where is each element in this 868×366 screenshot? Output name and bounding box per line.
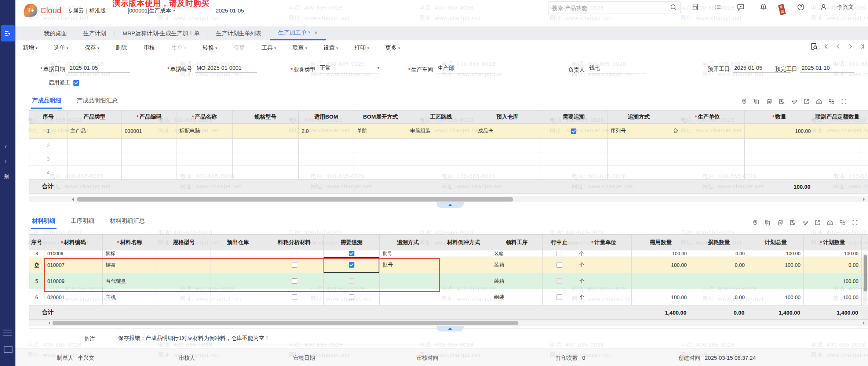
cell[interactable] <box>436 257 491 273</box>
cell[interactable] <box>324 273 380 289</box>
cell[interactable] <box>543 273 576 289</box>
cell[interactable]: 个 <box>576 289 632 305</box>
cell[interactable] <box>745 139 814 152</box>
scroll-left-icon[interactable] <box>70 198 74 201</box>
checkbox[interactable] <box>571 128 576 134</box>
cell[interactable]: 100.00 <box>804 273 862 289</box>
scroll-right-icon[interactable] <box>863 321 867 325</box>
cell[interactable]: 030001 <box>122 124 176 138</box>
export-icon[interactable] <box>814 220 821 226</box>
cell[interactable]: 主机 <box>103 289 157 305</box>
cell[interactable] <box>324 257 380 273</box>
location-icon[interactable] <box>741 98 747 105</box>
cell[interactable] <box>436 273 491 289</box>
scroll-left-icon[interactable] <box>47 321 50 325</box>
user-name[interactable]: 李兴文 <box>837 4 854 11</box>
cell[interactable] <box>233 152 299 166</box>
table-row[interactable]: 5010009替代键盘装箱个100.00 <box>29 273 868 289</box>
field-value-生产车间[interactable]: 生产部 <box>436 65 494 73</box>
layout-icon[interactable] <box>828 98 835 105</box>
table-row[interactable]: 3010006鼠标批号装箱个100.000.00100.00100.00 <box>29 250 868 257</box>
checkbox[interactable] <box>557 278 562 284</box>
cell[interactable]: 批号 <box>380 257 436 273</box>
cell[interactable] <box>861 166 868 179</box>
cell[interactable] <box>861 152 868 166</box>
cell[interactable] <box>68 166 122 179</box>
cell[interactable]: 2.0 <box>299 124 354 138</box>
batch-add-icon[interactable] <box>754 98 760 105</box>
menu-plus-icon[interactable] <box>1 25 15 41</box>
cell[interactable] <box>265 289 324 305</box>
cell[interactable] <box>540 139 608 152</box>
cell[interactable]: 0.00 <box>804 257 862 273</box>
cell[interactable] <box>543 257 576 273</box>
cell[interactable]: 100.00 <box>804 289 862 305</box>
cell[interactable] <box>540 152 608 166</box>
tab-process-detail[interactable]: 工序明细 <box>70 215 95 229</box>
cell[interactable]: 100.00 <box>804 250 862 257</box>
bell-icon[interactable] <box>759 3 767 11</box>
calculator-icon[interactable] <box>691 3 699 11</box>
prev-page-icon[interactable] <box>835 43 842 51</box>
cell[interactable] <box>814 166 861 179</box>
cell[interactable] <box>814 152 861 166</box>
cell[interactable] <box>861 124 868 138</box>
tab-product-detail[interactable]: 产成品明细 <box>31 95 62 109</box>
cell[interactable] <box>861 139 868 152</box>
cell[interactable] <box>380 289 436 305</box>
nav-tab[interactable]: 生产计划 <box>75 26 114 40</box>
table-row[interactable]: 2 <box>29 139 868 152</box>
cell[interactable]: 4 <box>29 166 68 179</box>
dispatch-checkbox[interactable] <box>73 80 79 86</box>
cell[interactable] <box>157 273 211 289</box>
collapse-handle[interactable] <box>437 326 464 331</box>
cell[interactable] <box>68 139 122 152</box>
cell[interactable] <box>211 273 265 289</box>
cell[interactable]: 3 <box>29 152 68 166</box>
dispatch-toggle[interactable]: 启用派工 <box>48 79 79 86</box>
material-vscrollbar[interactable] <box>863 253 867 307</box>
field-value-单据编号[interactable]: MO-2025-01-0001 <box>195 65 257 73</box>
cell[interactable] <box>690 273 748 289</box>
cell[interactable] <box>299 152 354 166</box>
product-hscrollbar[interactable] <box>29 196 868 202</box>
cell[interactable] <box>354 139 407 152</box>
cell[interactable] <box>176 152 233 166</box>
cell[interactable] <box>632 273 690 289</box>
tab-product-summary[interactable]: 产成品明细汇总 <box>76 95 119 109</box>
cell[interactable] <box>543 289 576 305</box>
cell[interactable]: 0.00 <box>690 250 748 257</box>
nav-tab[interactable]: 我的桌面 <box>36 26 75 40</box>
cell[interactable]: 010006 <box>44 250 103 257</box>
cell[interactable] <box>380 273 436 289</box>
checkbox[interactable] <box>557 294 562 300</box>
cell[interactable] <box>354 166 407 179</box>
cell[interactable] <box>540 166 608 179</box>
toolbar-button-选单[interactable]: 选单▾ <box>54 44 69 52</box>
toolbar-button-生单[interactable]: 生单▾ <box>172 44 186 52</box>
cell[interactable] <box>745 152 814 166</box>
cell[interactable] <box>324 289 380 305</box>
cell[interactable] <box>608 166 670 179</box>
cell[interactable] <box>748 273 804 289</box>
toolbar-button-设置[interactable]: 设置▾ <box>324 44 338 52</box>
cell[interactable]: 个 <box>576 273 632 289</box>
scroll-thumb[interactable] <box>864 255 867 291</box>
cell[interactable] <box>814 124 861 138</box>
warehouse-icon[interactable] <box>827 220 833 226</box>
cell[interactable] <box>475 139 540 152</box>
cell[interactable]: 020001 <box>44 289 103 305</box>
cell[interactable] <box>299 166 354 179</box>
cell[interactable] <box>68 152 122 166</box>
cell[interactable]: 键盘 <box>103 257 157 273</box>
delete-doc-icon[interactable] <box>789 220 796 226</box>
cell[interactable] <box>176 139 233 152</box>
message-icon[interactable] <box>737 3 745 11</box>
checkbox[interactable] <box>349 294 354 300</box>
cell[interactable]: 成品仓 <box>475 124 540 138</box>
cell[interactable]: 1 <box>29 124 68 138</box>
help-icon[interactable] <box>797 3 805 11</box>
toolbar-button-联查[interactable]: 联查▾ <box>292 44 307 52</box>
cell[interactable] <box>436 250 491 257</box>
cell[interactable]: 2 <box>29 139 68 152</box>
